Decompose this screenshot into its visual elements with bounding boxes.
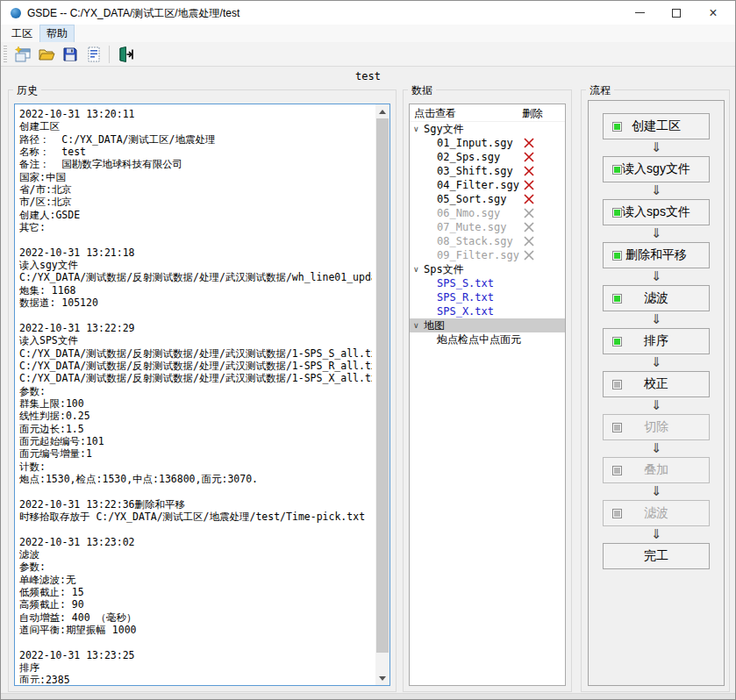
tree-item-label[interactable]: SPS_R.txt xyxy=(437,290,494,304)
tree-item-label[interactable]: SPS_X.txt xyxy=(437,304,494,318)
report-button[interactable] xyxy=(82,43,105,66)
toolbar-grip[interactable] xyxy=(4,46,7,63)
flow-step-label: 滤波 xyxy=(604,501,709,525)
tree-file-row[interactable]: 08_Stack.sgy xyxy=(410,234,565,248)
tree-item-label[interactable]: 01_Input.sgy xyxy=(437,136,513,150)
maximize-button[interactable] xyxy=(658,1,695,25)
new-workspace-button[interactable] xyxy=(11,43,34,66)
window-resize-strip xyxy=(1,693,735,699)
tree-file-row[interactable]: 04_Filter.sgy xyxy=(410,178,565,192)
minimize-icon xyxy=(635,12,645,13)
flow-step-8-button[interactable]: 切除 xyxy=(603,414,710,440)
flow-container: 创建工区⇓读入sgy文件⇓读入sps文件⇓删除和平移⇓滤波⇓排序⇓校正⇓切除⇓叠… xyxy=(588,100,725,686)
flow-arrow-icon: ⇓ xyxy=(651,225,662,242)
window-controls: × xyxy=(621,1,732,25)
flow-arrow-icon: ⇓ xyxy=(651,139,662,156)
tree-item-label[interactable]: 05_Sort.sgy xyxy=(437,192,506,206)
close-icon: × xyxy=(709,9,717,18)
maximize-icon xyxy=(672,9,681,18)
history-log-text: 2022-10-31 13:20:11 创建工区 路径： C:/YX_DATA/… xyxy=(19,108,372,683)
flow-arrow-icon: ⇓ xyxy=(651,397,662,414)
flow-step-label: 完工 xyxy=(604,544,709,568)
history-panel: 历史 2022-10-31 13:20:11 创建工区 路径： C:/YX_DA… xyxy=(8,89,397,692)
chevron-down-icon[interactable]: ∨ xyxy=(413,122,419,136)
open-folder-icon xyxy=(38,46,55,63)
tree-group-row[interactable]: ∨Sgy文件 xyxy=(410,122,565,136)
app-window: GSDE -- C:/YX_DATA/测试工区/地震处理/test × 工区 帮… xyxy=(0,0,736,700)
menu-item-workspace[interactable]: 工区 xyxy=(4,25,39,43)
tree-file-row[interactable]: 05_Sort.sgy xyxy=(410,192,565,206)
exit-button[interactable] xyxy=(113,43,137,66)
tree-item-label[interactable]: 04_Filter.sgy xyxy=(437,178,519,192)
toolbar-separator xyxy=(109,46,110,63)
flow-step-3-button[interactable]: 读入sps文件 xyxy=(603,199,710,225)
tree-file-row[interactable]: 06_Nmo.sgy xyxy=(410,206,565,220)
tree-item-label[interactable]: 地图 xyxy=(424,318,445,332)
tree-group-row[interactable]: ∨地图 xyxy=(410,318,565,332)
flow-panel-title: 流程 xyxy=(586,83,614,98)
history-scrollbar[interactable] xyxy=(375,104,389,685)
tree-group-row[interactable]: ∨Sps文件 xyxy=(410,262,565,276)
flow-step-10-button[interactable]: 滤波 xyxy=(603,500,710,526)
chevron-down-icon[interactable]: ∨ xyxy=(413,262,419,276)
flow-arrow-icon: ⇓ xyxy=(651,268,662,285)
tree-file-row[interactable]: 09_Filter.sgy xyxy=(410,248,565,262)
tree-item-label[interactable]: 09_Filter.sgy xyxy=(437,248,519,262)
tree-file-row[interactable]: SPS_R.txt xyxy=(410,290,565,304)
tree-file-row[interactable]: 02_Sps.sgy xyxy=(410,150,565,164)
flow-step-label: 校正 xyxy=(604,372,709,396)
flow-step-6-button[interactable]: 排序 xyxy=(603,328,710,354)
flow-step-5-button[interactable]: 滤波 xyxy=(603,285,710,311)
flow-step-2-button[interactable]: 读入sgy文件 xyxy=(603,156,710,182)
flow-step-11-button[interactable]: 完工 xyxy=(603,543,710,569)
tree-item-label[interactable]: 06_Nmo.sgy xyxy=(437,206,500,220)
flow-arrow-icon: ⇓ xyxy=(651,440,662,457)
data-panel-title: 数据 xyxy=(408,83,436,98)
tree-item-label[interactable]: SPS_S.txt xyxy=(437,276,494,290)
menubar: 工区 帮助 xyxy=(1,25,735,42)
flow-step-label: 读入sgy文件 xyxy=(604,157,709,182)
tree-file-row[interactable]: 01_Input.sgy xyxy=(410,136,565,150)
scroll-down-icon[interactable] xyxy=(375,671,389,685)
tree-item-label[interactable]: 炮点检点中点面元 xyxy=(437,332,521,346)
close-button[interactable]: × xyxy=(695,1,732,25)
tree-item-label[interactable]: 03_Shift.sgy xyxy=(437,164,513,178)
workspace-name-label: test xyxy=(1,70,735,82)
app-icon xyxy=(11,8,21,18)
tree-item-label[interactable]: 02_Sps.sgy xyxy=(437,150,500,164)
open-workspace-button[interactable] xyxy=(34,43,58,66)
tree-file-row[interactable]: SPS_S.txt xyxy=(410,276,565,290)
flow-step-7-button[interactable]: 校正 xyxy=(603,371,710,397)
flow-step-4-button[interactable]: 删除和平移 xyxy=(603,242,710,268)
scrollbar-thumb[interactable] xyxy=(376,118,389,653)
new-workspace-icon xyxy=(14,46,32,63)
menu-item-help[interactable]: 帮助 xyxy=(39,25,75,43)
exit-icon xyxy=(117,46,134,63)
tree-file-row[interactable]: SPS_X.txt xyxy=(410,304,565,318)
tree-header-view: 点击查看 xyxy=(414,104,456,122)
minimize-button[interactable] xyxy=(621,1,658,25)
tree-item-label[interactable]: Sgy文件 xyxy=(424,122,464,136)
scroll-up-icon[interactable] xyxy=(375,104,389,118)
save-workspace-button[interactable] xyxy=(58,43,82,66)
report-icon xyxy=(85,46,103,63)
tree-file-row[interactable]: 07_Mute.sgy xyxy=(410,220,565,234)
chevron-down-icon[interactable]: ∨ xyxy=(413,318,419,332)
tree-item-label[interactable]: 07_Mute.sgy xyxy=(437,220,506,234)
flow-arrow-icon: ⇓ xyxy=(651,311,662,328)
data-tree: 点击查看 删除 ∨Sgy文件01_Input.sgy02_Sps.sgy03_S… xyxy=(409,104,566,686)
flow-step-label: 滤波 xyxy=(604,286,709,311)
tree-header-delete: 删除 xyxy=(522,104,543,122)
tree-item-label[interactable]: Sps文件 xyxy=(424,262,464,276)
flow-step-label: 创建工区 xyxy=(604,114,709,139)
data-panel: 数据 点击查看 删除 ∨Sgy文件01_Input.sgy02_Sps.sgy0… xyxy=(403,89,572,692)
tree-item-label[interactable]: 08_Stack.sgy xyxy=(437,234,513,248)
history-panel-title: 历史 xyxy=(13,83,41,98)
save-icon xyxy=(61,46,79,63)
flow-step-9-button[interactable]: 叠加 xyxy=(603,457,710,483)
tree-file-row[interactable]: 03_Shift.sgy xyxy=(410,164,565,178)
tree-file-row[interactable]: 炮点检点中点面元 xyxy=(410,332,565,346)
flow-step-label: 读入sps文件 xyxy=(604,200,709,225)
history-log-area[interactable]: 2022-10-31 13:20:11 创建工区 路径： C:/YX_DATA/… xyxy=(14,104,390,686)
flow-step-1-button[interactable]: 创建工区 xyxy=(603,113,710,139)
